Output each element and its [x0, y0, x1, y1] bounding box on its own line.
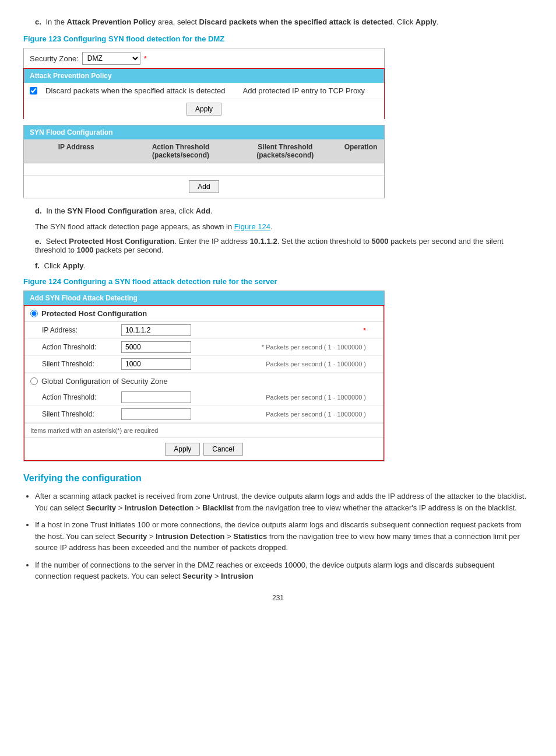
items-note: Items marked with an asterisk(*) are req…	[24, 423, 383, 438]
global-silent-input[interactable]	[121, 408, 191, 420]
protected-host-label: Protected Host Configuration	[41, 309, 147, 318]
global-config-header: Global Configuration of Security Zone	[24, 373, 383, 389]
step-c: c. In the Attack Prevention Policy area,…	[23, 18, 533, 26]
silent-threshold-row: Silent Threshold: Packets per second ( 1…	[24, 356, 383, 373]
ip-address-input-wrapper	[121, 324, 360, 336]
col-action-header: Action Threshold (packets/second)	[128, 139, 233, 163]
global-silent-label: Silent Threshold:	[42, 410, 118, 418]
attack-policy-check-row: Discard packets when the specified attac…	[24, 83, 384, 99]
syn-flood-add-button[interactable]: Add	[189, 180, 219, 193]
fig124-apply-button[interactable]: Apply	[165, 443, 200, 456]
silent-threshold-label: Silent Threshold:	[42, 360, 118, 368]
add-row: Add	[24, 175, 384, 198]
action-threshold-input[interactable]	[121, 341, 191, 353]
silent-threshold-hint: Packets per second ( 1 - 1000000 )	[266, 360, 366, 368]
step-d-detail: The SYN flood attack detection page appe…	[23, 222, 533, 231]
verify-bullets: After a scanning attack packet is receiv…	[23, 491, 533, 582]
step-d-text: In the SYN Flood Configuration area, cli…	[46, 206, 212, 215]
silent-threshold-input-wrapper	[121, 358, 262, 370]
col-operation-header: Operation	[337, 139, 384, 163]
attack-prevention-section: Attack Prevention Policy Discard packets…	[23, 68, 385, 119]
figure124-title: Figure 124 Configuring a SYN flood attac…	[23, 277, 533, 286]
step-f: f. Click Apply.	[23, 261, 533, 270]
global-action-input-wrapper	[121, 391, 262, 403]
syn-flood-table-header: IP Address Action Threshold (packets/sec…	[24, 139, 384, 163]
page-number: 231	[23, 594, 533, 602]
figure124-container: Add SYN Flood Attack Detecting Protected…	[23, 290, 385, 461]
ip-address-asterisk: *	[363, 326, 366, 335]
syn-flood-header: SYN Flood Configuration	[24, 125, 384, 139]
action-threshold-hint: * Packets per second ( 1 - 1000000 )	[262, 344, 366, 351]
global-config-label: Global Configuration of Security Zone	[41, 377, 168, 386]
fig124-cancel-button[interactable]: Cancel	[203, 443, 242, 456]
ip-address-input[interactable]	[121, 324, 191, 336]
figure123-container: Security Zone: DMZ * Attack Prevention P…	[23, 48, 385, 198]
table-empty-area	[24, 163, 384, 175]
attack-policy-apply-row: Apply	[24, 99, 384, 119]
ip-address-label: IP Address:	[42, 326, 118, 334]
step-c-text: In the Attack Prevention Policy area, se…	[45, 18, 438, 26]
security-zone-row: Security Zone: DMZ *	[23, 48, 385, 68]
global-silent-input-wrapper	[121, 408, 262, 420]
step-e-letter: e.	[35, 237, 41, 246]
figure124-link[interactable]: Figure 124	[234, 222, 270, 231]
add-protected-label: Add protected IP entry to TCP Proxy	[243, 86, 365, 95]
verify-bullet-2: If a host in zone Trust initiates 100 or…	[35, 519, 533, 554]
global-config-section: Global Configuration of Security Zone Ac…	[24, 373, 383, 423]
step-c-letter: c.	[35, 18, 41, 26]
protected-host-section: Protected Host Configuration	[24, 306, 383, 322]
discard-packets-checkbox[interactable]	[30, 87, 37, 94]
security-zone-asterisk: *	[144, 54, 147, 63]
global-config-radio[interactable]	[30, 377, 38, 385]
bottom-buttons: Apply Cancel	[24, 438, 383, 460]
step-e-text: Select Protected Host Configuration. Ent…	[35, 237, 504, 254]
figure123-title: Figure 123 Configuring SYN flood detecti…	[23, 34, 533, 43]
global-action-label: Action Threshold:	[42, 393, 118, 401]
ip-address-row: IP Address: *	[24, 322, 383, 339]
syn-flood-section: SYN Flood Configuration IP Address Actio…	[23, 125, 385, 198]
global-action-input[interactable]	[121, 391, 191, 403]
verify-title: Verifying the configuration	[23, 473, 533, 484]
attack-policy-header: Attack Prevention Policy	[24, 69, 384, 83]
step-e: e. Select Protected Host Configuration. …	[23, 237, 533, 254]
discard-packets-label: Discard packets when the specified attac…	[45, 86, 226, 95]
figure124-header: Add SYN Flood Attack Detecting	[24, 291, 384, 305]
verify-bullet-3: If the number of connections to the serv…	[35, 559, 533, 582]
action-threshold-input-wrapper	[121, 341, 258, 353]
figure124-body: Protected Host Configuration IP Address:…	[24, 305, 384, 461]
protected-host-radio[interactable]	[30, 310, 38, 317]
attack-policy-apply-button[interactable]: Apply	[186, 103, 221, 116]
verify-bullet-1: After a scanning attack packet is receiv…	[35, 491, 533, 513]
action-threshold-label: Action Threshold:	[42, 343, 118, 351]
action-threshold-row: Action Threshold: * Packets per second (…	[24, 339, 383, 356]
security-zone-select[interactable]: DMZ	[82, 52, 140, 65]
step-d: d. In the SYN Flood Configuration area, …	[23, 206, 533, 215]
security-zone-label: Security Zone:	[30, 54, 79, 63]
global-silent-hint: Packets per second ( 1 - 1000000 )	[266, 411, 366, 418]
silent-threshold-input[interactable]	[121, 358, 191, 370]
step-f-letter: f.	[35, 261, 40, 270]
verify-section: Verifying the configuration After a scan…	[23, 473, 533, 582]
global-silent-row: Silent Threshold: Packets per second ( 1…	[24, 406, 383, 423]
global-action-row: Action Threshold: Packets per second ( 1…	[24, 389, 383, 406]
step-d-letter: d.	[35, 206, 42, 215]
global-action-hint: Packets per second ( 1 - 1000000 )	[266, 394, 366, 401]
step-d-detail-text: The SYN flood attack detection page appe…	[35, 222, 273, 231]
col-silent-header: Silent Threshold (packets/second)	[233, 139, 337, 163]
step-f-text: Click Apply.	[44, 261, 86, 270]
col-ip-header: IP Address	[24, 139, 128, 163]
